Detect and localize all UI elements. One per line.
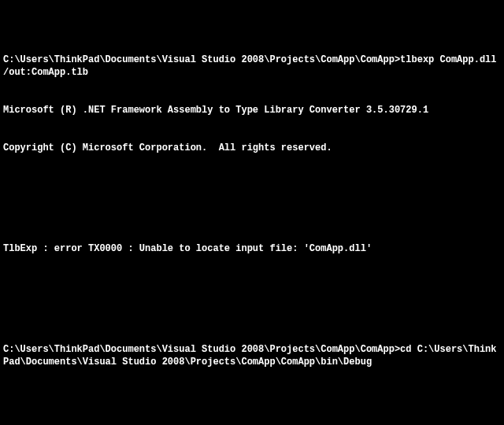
error-block: TlbExp : error TX0000 : Unable to locate…: [3, 217, 501, 280]
output-line: Microsoft (R) .NET Framework Assembly to…: [3, 104, 501, 116]
command-block: C:\Users\ThinkPad\Documents\Visual Studi…: [3, 28, 501, 179]
prompt-line: C:\Users\ThinkPad\Documents\Visual Studi…: [3, 343, 501, 368]
command-block: C:\Users\ThinkPad\Documents\Visual Studi…: [3, 318, 501, 394]
terminal-output: C:\Users\ThinkPad\Documents\Visual Studi…: [3, 3, 501, 425]
output-line: Copyright (C) Microsoft Corporation. All…: [3, 142, 501, 154]
prompt-line: C:\Users\ThinkPad\Documents\Visual Studi…: [3, 54, 501, 79]
error-line: TlbExp : error TX0000 : Unable to locate…: [3, 242, 501, 255]
